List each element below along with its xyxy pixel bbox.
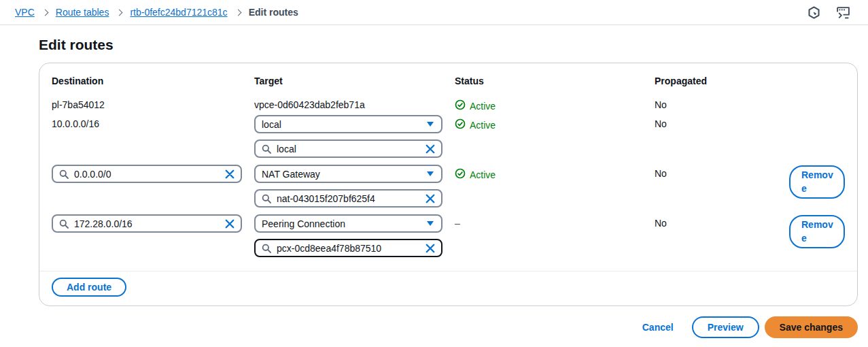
chevron-down-icon xyxy=(427,122,434,127)
destination-input[interactable] xyxy=(74,166,220,182)
top-navigation-bar: VPC Route tables rtb-0fefc24bd7121c81c E… xyxy=(0,0,868,25)
column-header-status: Status xyxy=(455,72,655,90)
chevron-down-icon xyxy=(427,171,434,176)
propagated-value: No xyxy=(655,96,789,114)
remove-route-button[interactable]: Remove xyxy=(789,215,845,248)
destination-search-box[interactable] xyxy=(52,165,242,183)
breadcrumb-separator-icon xyxy=(235,9,241,16)
table-header-row: Destination Target Status Propagated xyxy=(52,72,845,90)
add-route-button[interactable]: Add route xyxy=(52,278,126,297)
search-icon xyxy=(59,219,69,229)
status-label: Active xyxy=(470,169,496,180)
clear-icon[interactable] xyxy=(225,169,235,179)
status-cell: Active xyxy=(455,165,655,181)
target-search-box[interactable] xyxy=(254,139,442,158)
destination-search-box[interactable] xyxy=(52,214,242,233)
status-active-icon xyxy=(455,168,466,181)
clear-icon[interactable] xyxy=(426,144,435,154)
status-cell: Active xyxy=(455,96,655,112)
search-icon xyxy=(262,194,271,203)
cancel-button[interactable]: Cancel xyxy=(642,322,674,333)
breadcrumb-link-route-tables[interactable]: Route tables xyxy=(56,7,109,18)
target-type-selected-value: Peering Connection xyxy=(262,218,345,229)
target-type-select[interactable]: Peering Connection xyxy=(254,214,442,233)
destination-value: pl-7ba54012 xyxy=(52,96,254,114)
target-search-input[interactable] xyxy=(277,240,420,256)
breadcrumb-separator-icon xyxy=(41,9,48,16)
target-search-box[interactable] xyxy=(254,189,442,208)
target-type-selected-value: local xyxy=(262,119,281,130)
save-changes-button[interactable]: Save changes xyxy=(765,316,858,338)
breadcrumb-separator-icon xyxy=(116,9,123,16)
status-active-icon xyxy=(455,118,466,131)
clear-icon[interactable] xyxy=(225,219,235,229)
search-icon xyxy=(59,169,69,179)
destination-value: 10.0.0.0/16 xyxy=(52,115,254,133)
status-active-icon xyxy=(455,99,466,112)
breadcrumb-link-vpc[interactable]: VPC xyxy=(15,7,35,18)
page-title: Edit routes xyxy=(39,37,858,53)
breadcrumb: VPC Route tables rtb-0fefc24bd7121c81c E… xyxy=(15,7,298,18)
remove-route-button[interactable]: Remove xyxy=(789,165,845,199)
target-search-input[interactable] xyxy=(277,191,420,206)
chevron-down-icon xyxy=(427,221,434,226)
status-label: Active xyxy=(470,120,496,131)
breadcrumb-current-page: Edit routes xyxy=(249,7,298,18)
target-type-selected-value: NAT Gateway xyxy=(262,169,320,180)
column-header-propagated: Propagated xyxy=(655,72,789,90)
cloudshell-icon[interactable] xyxy=(836,6,850,19)
preview-button[interactable]: Preview xyxy=(692,316,759,338)
clear-icon[interactable] xyxy=(426,194,435,203)
propagated-value: No xyxy=(655,115,789,133)
breadcrumb-link-route-table-id[interactable]: rtb-0fefc24bd7121c81c xyxy=(130,7,227,18)
target-type-select[interactable]: NAT Gateway xyxy=(254,165,442,183)
target-value: vpce-0d60423dab2feb71a xyxy=(254,96,455,114)
clear-icon[interactable] xyxy=(426,244,435,253)
footer-actions: Cancel Preview Save changes xyxy=(39,316,858,338)
target-search-input[interactable] xyxy=(277,141,420,156)
column-header-target: Target xyxy=(254,72,455,90)
destination-input[interactable] xyxy=(74,216,220,231)
table-row: 10.0.0.0/16 local xyxy=(52,115,845,158)
status-empty-value: – xyxy=(455,214,655,229)
propagated-value: No xyxy=(655,165,789,182)
status-label: Active xyxy=(470,101,496,112)
edit-routes-card: Destination Target Status Propagated pl-… xyxy=(39,63,858,306)
propagated-value: No xyxy=(655,214,789,232)
table-row: pl-7ba54012 vpce-0d60423dab2feb71a Activ… xyxy=(52,96,845,114)
table-row: Peering Connection xyxy=(52,214,845,257)
target-search-box-focused[interactable] xyxy=(254,239,442,257)
status-cell: Active xyxy=(455,115,655,131)
table-row: NAT Gateway xyxy=(52,165,845,208)
target-type-select[interactable]: local xyxy=(254,115,442,133)
page-content: Edit routes Destination Target Status Pr… xyxy=(0,37,868,338)
history-hexagon-icon[interactable] xyxy=(808,6,820,19)
column-header-destination: Destination xyxy=(52,72,254,90)
search-icon xyxy=(262,244,271,253)
search-icon xyxy=(262,144,271,154)
